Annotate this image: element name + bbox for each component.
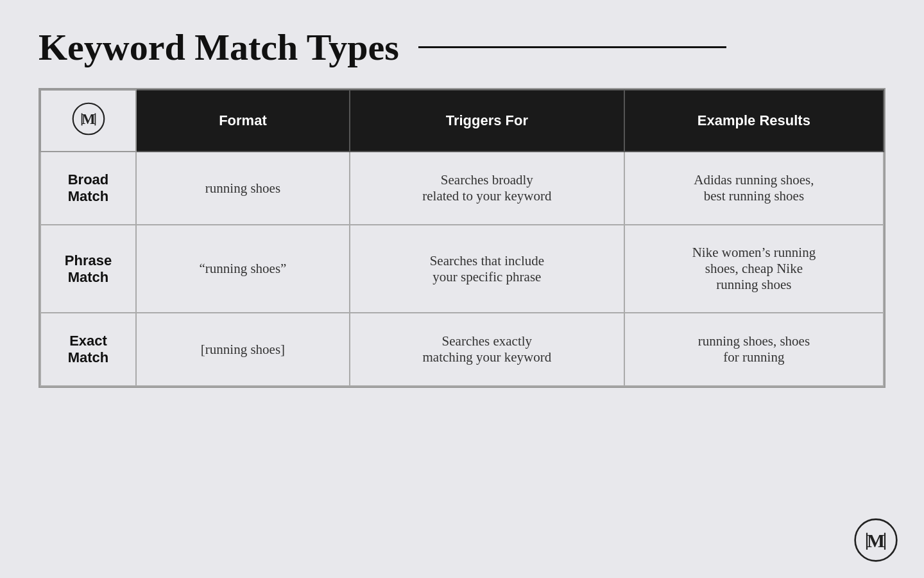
table-row: ExactMatch [running shoes] Searches exac… bbox=[40, 313, 884, 386]
exact-match-label: ExactMatch bbox=[40, 313, 136, 386]
broad-match-label: BroadMatch bbox=[40, 152, 136, 225]
page-container: Keyword Match Types M bbox=[0, 0, 924, 578]
phrase-match-triggers: Searches that includeyour specific phras… bbox=[350, 225, 624, 313]
page-title: Keyword Match Types bbox=[38, 26, 399, 69]
phrase-match-label: PhraseMatch bbox=[40, 225, 136, 313]
bottom-logo: M bbox=[853, 518, 898, 565]
phrase-match-format: “running shoes” bbox=[136, 225, 350, 313]
broad-match-results: Adidas running shoes,best running shoes bbox=[624, 152, 884, 225]
broad-match-triggers: Searches broadlyrelated to your keyword bbox=[350, 152, 624, 225]
title-row: Keyword Match Types bbox=[38, 26, 886, 69]
svg-text:M: M bbox=[867, 530, 885, 551]
table-row: BroadMatch running shoes Searches broadl… bbox=[40, 152, 884, 225]
exact-match-format: [running shoes] bbox=[136, 313, 350, 386]
svg-text:M: M bbox=[81, 111, 95, 127]
exact-match-results: running shoes, shoesfor running bbox=[624, 313, 884, 386]
table-header-row: M Format Triggers For Example Results bbox=[40, 90, 884, 152]
header-triggers: Triggers For bbox=[350, 90, 624, 152]
broad-match-format: running shoes bbox=[136, 152, 350, 225]
exact-match-triggers: Searches exactlymatching your keyword bbox=[350, 313, 624, 386]
table-row: PhraseMatch “running shoes” Searches tha… bbox=[40, 225, 884, 313]
table-wrapper: M Format Triggers For Example Results Br… bbox=[38, 88, 886, 388]
phrase-match-results: Nike women’s runningshoes, cheap Nikerun… bbox=[624, 225, 884, 313]
title-line bbox=[418, 46, 726, 48]
header-logo-icon: M bbox=[72, 102, 105, 136]
header-results: Example Results bbox=[624, 90, 884, 152]
header-format: Format bbox=[136, 90, 350, 152]
keyword-match-table: M Format Triggers For Example Results Br… bbox=[40, 89, 884, 387]
header-icon-cell: M bbox=[40, 90, 136, 152]
